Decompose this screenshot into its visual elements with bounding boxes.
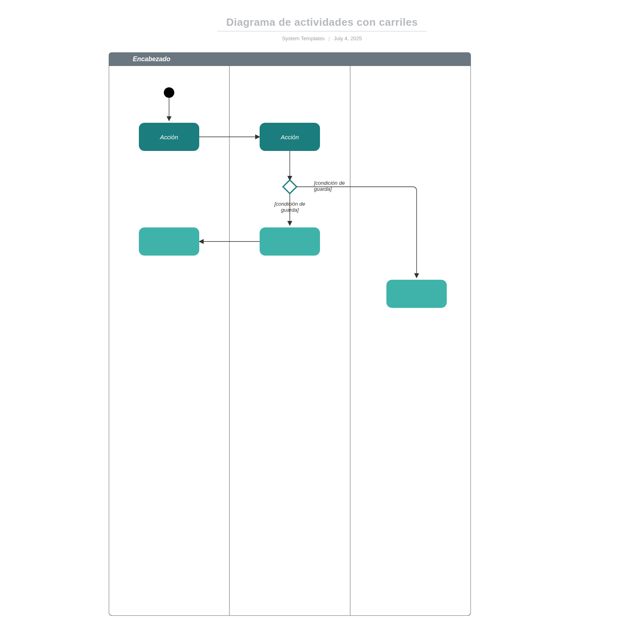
diagram-title: Diagrama de actividades con carriles: [222, 16, 422, 31]
action-node-4[interactable]: [139, 227, 199, 256]
title-underline: [217, 31, 427, 31]
title-block: Diagrama de actividades con carriles Sys…: [0, 16, 644, 41]
guard-label-right: [condición de guarda]: [314, 180, 358, 192]
action-node-2[interactable]: Acción: [260, 123, 320, 151]
diagram-canvas[interactable]: Encabezado Acción Acción [condición de g…: [109, 52, 471, 616]
action-node-3[interactable]: [260, 227, 320, 256]
decision-node[interactable]: [283, 180, 297, 194]
swimlane-header-label: Encabezado: [109, 56, 170, 63]
subtitle-separator: |: [328, 35, 330, 41]
initial-node[interactable]: [164, 87, 174, 98]
guard-label-down: [condición de guarda]: [270, 201, 310, 213]
swimlane-header: Encabezado: [109, 52, 471, 66]
subtitle-date: July 4, 2025: [334, 35, 362, 41]
diagram-page: Diagrama de actividades con carriles Sys…: [0, 0, 644, 644]
action-node-5[interactable]: [386, 280, 447, 308]
action-node-1[interactable]: Acción: [139, 123, 199, 151]
action-node-1-label: Acción: [160, 134, 178, 140]
action-node-2-label: Acción: [281, 134, 299, 140]
diagram-subtitle: System Templates | July 4, 2025: [0, 35, 644, 41]
subtitle-author: System Templates: [282, 35, 325, 41]
